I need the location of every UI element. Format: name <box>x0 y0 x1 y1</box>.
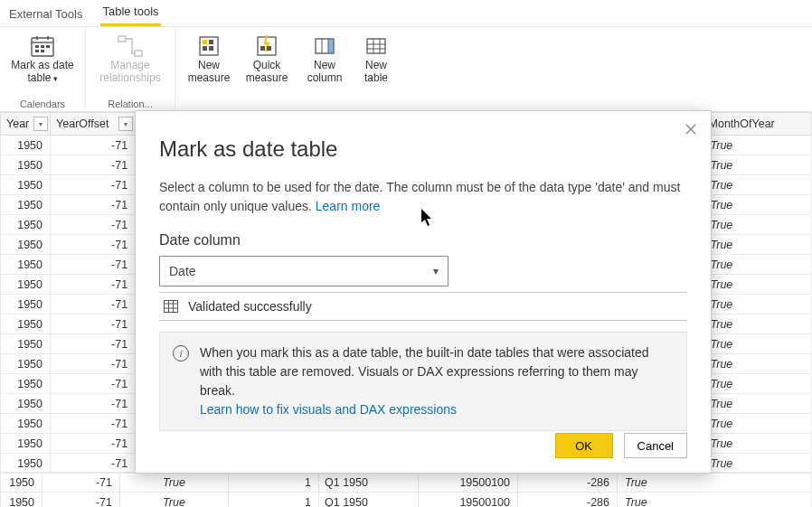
new-table-button[interactable]: New table <box>356 31 396 99</box>
new-measure-button[interactable]: New measure <box>183 31 235 99</box>
dialog-buttons: OK Cancel <box>159 433 687 458</box>
data-grid-lower: 1950-71True1Q1 195019500100-286True1950-… <box>0 472 812 507</box>
svg-rect-14 <box>209 40 213 44</box>
ribbon-group-calculations: New measure Quick measure New column <box>175 27 403 111</box>
svg-rect-5 <box>41 45 44 48</box>
chevron-down-icon: ▾ <box>433 265 439 277</box>
svg-rect-10 <box>135 51 142 56</box>
svg-rect-6 <box>46 45 50 48</box>
validation-text: Validated successfully <box>188 299 312 314</box>
col-monthofyear[interactable]: MonthOfYear <box>709 117 775 130</box>
svg-rect-30 <box>165 301 178 313</box>
col-yearoffset[interactable]: YearOffset <box>56 117 109 130</box>
table-icon <box>163 298 179 315</box>
close-icon <box>685 124 696 135</box>
tab-external-tools[interactable]: External Tools <box>7 3 84 26</box>
svg-rect-18 <box>267 46 271 51</box>
info-icon: i <box>173 345 189 361</box>
table-row[interactable]: 1950-71True1Q1 195019500100-286True <box>1 493 812 508</box>
svg-rect-13 <box>203 46 207 51</box>
validation-row: Validated successfully <box>159 292 687 321</box>
svg-rect-7 <box>35 50 39 52</box>
ok-button[interactable]: OK <box>555 433 613 458</box>
svg-rect-12 <box>203 40 207 44</box>
svg-rect-17 <box>260 46 265 51</box>
relationships-icon <box>118 34 143 58</box>
table-row[interactable]: 1950-71True1Q1 195019500100-286True <box>1 473 812 493</box>
warning-text: When you mark this as a date table, the … <box>200 345 649 398</box>
dialog-title: Mark as date table <box>159 136 687 162</box>
ribbon: Mark as date table▾ Calendars Manage rel… <box>0 27 812 112</box>
manage-relationships-button[interactable]: Manage relationships <box>93 31 167 99</box>
close-button[interactable] <box>680 118 702 140</box>
svg-rect-8 <box>41 50 44 52</box>
filter-dropdown-icon[interactable]: ▾ <box>33 117 48 131</box>
mark-as-date-table-button[interactable]: Mark as date table▾ <box>7 31 78 99</box>
date-column-label: Date column <box>159 232 687 249</box>
tab-table-tools[interactable]: Table tools <box>100 0 160 26</box>
date-column-select[interactable]: Date ▾ <box>159 256 448 286</box>
cancel-button[interactable]: Cancel <box>624 433 687 458</box>
svg-rect-23 <box>367 39 385 53</box>
ribbon-group-label: Calendars <box>20 99 65 111</box>
dialog-description: Select a column to be used for the date.… <box>159 178 687 216</box>
svg-rect-9 <box>118 36 126 42</box>
learn-fix-link[interactable]: Learn how to fix visuals and DAX express… <box>200 402 457 417</box>
svg-rect-15 <box>209 46 213 51</box>
svg-rect-22 <box>328 39 334 53</box>
mark-as-date-table-dialog: Mark as date table Select a column to be… <box>135 110 712 474</box>
col-year[interactable]: Year <box>6 117 29 130</box>
chevron-down-icon: ▾ <box>53 74 58 83</box>
warning-box: i When you mark this as a date table, th… <box>159 332 687 431</box>
svg-rect-4 <box>35 45 39 48</box>
filter-dropdown-icon[interactable]: ▾ <box>118 117 133 131</box>
quick-measure-icon <box>254 34 279 58</box>
new-table-icon <box>364 34 389 58</box>
ribbon-group-calendars: Mark as date table▾ Calendars <box>0 27 86 111</box>
learn-more-link[interactable]: Learn more <box>316 199 381 213</box>
ribbon-group-label: Relation... <box>108 99 153 111</box>
new-column-button[interactable]: New column <box>298 31 351 99</box>
calendar-icon <box>30 34 55 58</box>
quick-measure-button[interactable]: Quick measure <box>241 31 293 99</box>
ribbon-group-label <box>288 99 290 111</box>
measure-icon <box>196 34 222 58</box>
ribbon-group-relationships: Manage relationships Relation... <box>86 27 175 111</box>
tab-bar: External Tools Table tools <box>0 0 812 27</box>
new-column-icon <box>312 34 337 58</box>
